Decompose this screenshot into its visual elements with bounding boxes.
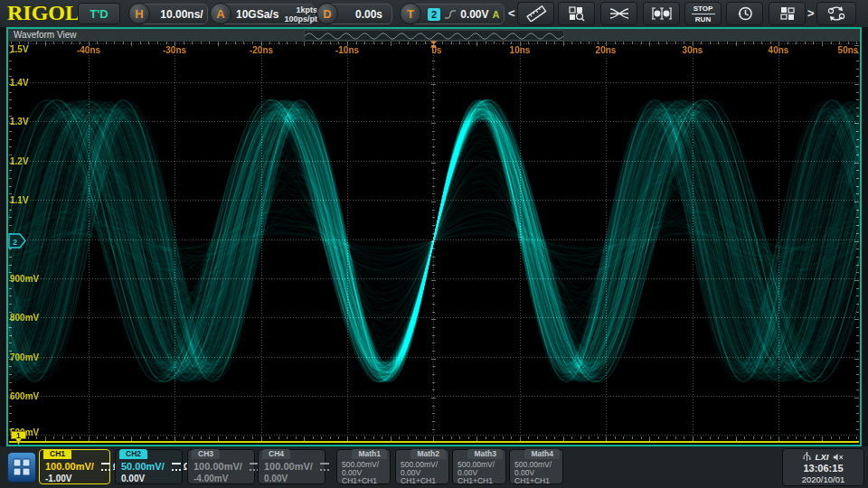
ch2-scale: 50.00mV/ Ω [121, 461, 191, 472]
clock-time: 13:06:15 [783, 463, 863, 474]
math2-card[interactable]: Math2 500.00mV/ 0.00V CH1+CH1 [395, 449, 449, 484]
ch4-offset: 0.00V [264, 474, 288, 483]
ch3-offset: -4.00mV [193, 474, 228, 483]
ch2-card[interactable]: CH2 50.00mV/ Ω 0.00V [115, 449, 183, 484]
waveform-canvas[interactable] [8, 42, 860, 445]
toolbar-scroll-left[interactable]: < [508, 6, 515, 20]
measure-button[interactable] [517, 2, 554, 25]
time-label: -40ns [77, 45, 100, 55]
ch4-tab: CH4 [262, 449, 290, 459]
time-label: -10ns [335, 45, 359, 55]
math4-tab: Math4 [524, 449, 560, 459]
stop-run-button[interactable]: STOP RUN [684, 2, 722, 25]
trigger-status-button[interactable]: T'D [78, 3, 120, 24]
trigger-knob-icon[interactable]: T [400, 3, 421, 24]
waveform-view-title: Waveform View [14, 30, 76, 40]
lxi-badge: LXI [816, 452, 829, 462]
trigger-settings-button[interactable]: 2 0.00V A [410, 4, 505, 24]
horizontal-knob-icon[interactable]: H [128, 3, 150, 24]
time-label: 30ns [683, 45, 703, 55]
ch1-tab: CH1 [43, 449, 71, 459]
display-settings-button[interactable] [769, 2, 806, 25]
volt-label: 900mV [10, 274, 39, 284]
time-label: 50ns [838, 45, 859, 55]
top-toolbar: RIGOL T'D 10.00ns/ H 10GSa/s 1kpts 100ps… [0, 0, 868, 27]
trigger-position-marker[interactable] [429, 41, 439, 48]
ch2-tab: CH2 [119, 449, 147, 459]
delay-knob-icon[interactable]: D [316, 3, 338, 24]
brand-logo: RIGOL [7, 1, 80, 25]
zoom-grid-icon [568, 5, 586, 22]
self-check-button[interactable] [816, 2, 856, 25]
toolbar-scroll-right[interactable]: > [807, 6, 815, 20]
history-clock-icon [736, 5, 754, 23]
trigger-slope-icon [444, 8, 457, 21]
time-label: -30ns [163, 45, 186, 55]
ch2-level-marker[interactable]: 2 [8, 233, 27, 249]
math4-card[interactable]: Math4 500.00mV/ 0.00V CH1+CH1 [509, 449, 563, 484]
usb-icon [803, 452, 811, 462]
ch3-card[interactable]: CH3 100.00mV/ -4.00mV [187, 449, 255, 484]
apps-grid-icon [12, 457, 32, 477]
math3-tab: Math3 [467, 449, 503, 459]
volt-label: 1.4V [10, 78, 29, 88]
acquisition-button[interactable]: 10GSa/s 1kpts 100ps/pt [221, 4, 315, 24]
acquire-knob-icon[interactable]: A [210, 3, 231, 24]
ruler-icon [525, 5, 547, 22]
eye-diagram-button[interactable] [600, 2, 637, 25]
clock-date: 2020/10/01 [783, 474, 863, 484]
ch1-level-marker[interactable]: 1 [11, 431, 29, 446]
volt-label: 800mV [10, 313, 39, 323]
dc-coupling-icon [320, 463, 329, 471]
history-button[interactable] [726, 2, 763, 25]
ch1-marker-label: 1 [16, 431, 21, 440]
volt-label: 1.1V [10, 195, 29, 205]
math4-expression: CH1+CH1 [514, 476, 550, 485]
math3-expression: CH1+CH1 [458, 476, 493, 485]
sync-arrows-icon [826, 5, 847, 23]
dual-waveform-icon [651, 6, 673, 21]
stop-run-label: STOP RUN [692, 5, 715, 23]
time-label: 20ns [596, 45, 617, 55]
ch1-offset: -1.00V [45, 474, 71, 483]
ch1-scale: 100.00mV/ Ω [45, 461, 120, 472]
volt-label: 600mV [10, 391, 39, 401]
timebase-preview-strip[interactable] [304, 30, 564, 41]
ch1-card[interactable]: CH1 100.00mV/ Ω -1.00V [39, 449, 110, 484]
dc-coupling-icon [101, 463, 110, 471]
ch2-marker-label: 2 [13, 238, 17, 247]
dc-coupling-icon [172, 463, 181, 471]
system-status-card[interactable]: LXI 13:06:15 2020/10/01 [782, 448, 864, 486]
ch4-card[interactable]: CH4 100.00mV/ 0.00V [258, 449, 326, 484]
volt-label: 1.5V [10, 44, 29, 54]
math1-tab: Math1 [352, 449, 387, 459]
eye-diagram-icon [609, 7, 630, 20]
channel-status-bar: CH1 100.00mV/ Ω -1.00V CH2 50.00mV/ Ω 0.… [0, 446, 868, 488]
trigger-source-badge: 2 [428, 8, 440, 21]
ch3-scale: 100.00mV/ [193, 461, 261, 472]
math2-expression: CH1+CH1 [401, 476, 436, 485]
volt-label: 1.3V [10, 117, 29, 127]
dual-display-button[interactable] [643, 2, 680, 25]
oscilloscope-screen: RIGOL T'D 10.00ns/ H 10GSa/s 1kpts 100ps… [0, 0, 868, 488]
acquisition-detail: 1kpts 100ps/pt [284, 5, 317, 23]
time-label: 40ns [769, 45, 789, 55]
ch2-offset: 0.00V [121, 474, 145, 483]
math2-tab: Math2 [410, 449, 446, 459]
ch4-scale: 100.00mV/ [264, 461, 332, 472]
volt-label: 1.2V [10, 156, 29, 166]
time-label: -20ns [250, 45, 273, 55]
display-grid-icon [779, 5, 796, 22]
speaker-muted-icon [833, 453, 844, 462]
ch3-tab: CH3 [192, 449, 220, 459]
volt-label: 700mV [10, 352, 39, 362]
math3-card[interactable]: Math3 500.00mV/ 0.00V CH1+CH1 [452, 449, 506, 484]
zoom-view-button[interactable] [558, 2, 595, 25]
math1-expression: CH1+CH1 [342, 476, 377, 485]
time-label: 10ns [510, 45, 531, 55]
waveform-window: Waveform View -40ns -30ns -20ns -10ns 0s… [6, 27, 862, 446]
math1-card[interactable]: Math1 500.00mV/ 0.00V CH1+CH1 [336, 449, 391, 484]
apps-menu-button[interactable] [7, 452, 36, 483]
trigger-mode-badge: A [492, 9, 499, 20]
